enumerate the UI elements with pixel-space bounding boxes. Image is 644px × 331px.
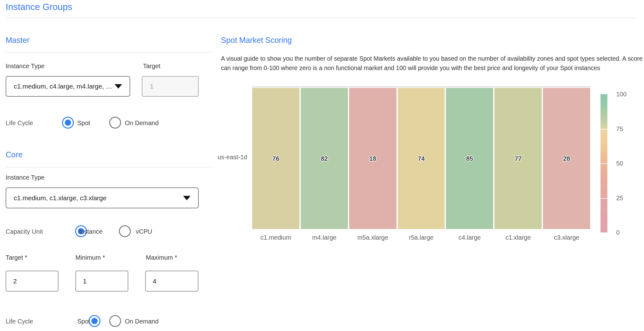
heatmap-cell-value: 82 xyxy=(321,155,328,162)
colorbar-tick: 0 xyxy=(616,229,620,236)
colorbar-separator xyxy=(601,129,607,130)
heatmap-cell-m4.large: 82 xyxy=(301,88,348,229)
master-life-cycle-radio-spot[interactable] xyxy=(62,117,74,129)
master-target-label: Target xyxy=(143,63,161,70)
master-instance-type-value: c1.medium, c4.large, m4.large, … xyxy=(14,83,112,90)
heatmap-x-label: r5a.large xyxy=(398,234,445,241)
core-capacity-unit-radio-vcpu[interactable] xyxy=(119,225,131,237)
master-life-cycle-label: Life Cycle xyxy=(6,120,33,127)
divider xyxy=(6,167,211,167)
heatmap-cell-r5a.large: 74 xyxy=(398,88,445,229)
master-life-cycle-on-demand-label: On Demand xyxy=(125,120,159,127)
heatmap-cell-value: 85 xyxy=(466,155,473,162)
core-life-cycle-radio-spot[interactable] xyxy=(89,315,100,327)
core-life-cycle-label: Life Cycle xyxy=(6,318,33,325)
master-target-input[interactable] xyxy=(142,76,199,97)
colorbar-tick: 100 xyxy=(616,91,626,98)
colorbar-tick: 75 xyxy=(616,125,623,132)
core-minimum-label: Minimum * xyxy=(75,254,105,261)
heatmap-x-label: c1.xlarge xyxy=(494,234,542,241)
core-section-heading: Core xyxy=(6,150,23,159)
core-life-cycle-on-demand-label: On Demand xyxy=(125,318,159,325)
divider xyxy=(6,18,636,18)
heatmap-row: 76821874857728 xyxy=(252,86,590,229)
heatmap-x-label: m4.large xyxy=(301,234,348,241)
heatmap-cell-c1.medium: 76 xyxy=(252,88,299,229)
core-target-input[interactable] xyxy=(6,271,59,292)
heatmap-cell-value: 28 xyxy=(563,155,570,162)
instance-groups-page: Instance Groups Master Instance Type c1.… xyxy=(0,0,644,331)
spot-market-scoring-description: A visual guide to show you the number of… xyxy=(221,54,643,73)
heatmap-cell-value: 76 xyxy=(272,155,279,162)
heatmap-row-label: us-east-1d xyxy=(199,154,247,161)
heatmap-x-label: c4.large xyxy=(446,234,493,241)
heatmap-cell-value: 77 xyxy=(515,155,522,162)
core-capacity-unit-instance-label: Instance xyxy=(79,228,103,235)
page-title: Instance Groups xyxy=(6,2,72,12)
heatmap-cell-value: 74 xyxy=(418,155,425,162)
heatmap-colorbar: 1007550250 xyxy=(601,94,644,232)
heatmap-x-label: c3.xlarge xyxy=(543,234,590,241)
core-maximum-input[interactable] xyxy=(145,271,198,292)
core-target-label: Target * xyxy=(6,254,27,261)
core-instance-type-value: c1.medium, c1.xlarge, c3.xlarge xyxy=(14,194,106,202)
core-capacity-unit-vcpu-label: vCPU xyxy=(136,228,152,235)
heatmap-x-labels: c1.mediumm4.largem5a.xlarger5a.largec4.l… xyxy=(252,234,590,241)
chevron-down-icon xyxy=(183,196,191,200)
core-minimum-input[interactable] xyxy=(75,271,128,292)
heatmap-cell-value: 18 xyxy=(369,155,376,162)
chevron-down-icon xyxy=(115,84,122,89)
core-instance-type-label: Instance Type xyxy=(6,174,44,181)
core-capacity-unit-label: Capacity Unit xyxy=(6,228,43,235)
colorbar-tick: 25 xyxy=(616,194,623,201)
heatmap-cell-c3.xlarge: 28 xyxy=(543,88,590,229)
master-instance-type-dropdown[interactable]: c1.medium, c4.large, m4.large, … xyxy=(6,76,130,97)
colorbar-separator xyxy=(601,198,607,199)
core-maximum-label: Maximum * xyxy=(146,254,177,261)
divider xyxy=(6,52,211,53)
master-section-heading: Master xyxy=(6,36,29,45)
heatmap-cell-m5a.xlarge: 18 xyxy=(349,88,396,229)
core-instance-type-dropdown[interactable]: c1.medium, c1.xlarge, c3.xlarge xyxy=(6,187,199,208)
heatmap-cell-c1.xlarge: 77 xyxy=(494,88,542,229)
spot-market-scoring-heading: Spot Market Scoring xyxy=(221,36,292,45)
core-life-cycle-radio-on-demand[interactable] xyxy=(109,315,121,327)
colorbar-tick: 50 xyxy=(616,160,623,167)
master-instance-type-label: Instance Type xyxy=(6,63,44,70)
colorbar-separator xyxy=(601,163,607,164)
master-life-cycle-spot-label: Spot xyxy=(77,120,90,127)
core-life-cycle-spot-label: Spot xyxy=(77,318,90,325)
heatmap-x-label: m5a.xlarge xyxy=(349,234,396,241)
heatmap-x-label: c1.medium xyxy=(252,234,299,241)
heatmap-cell-c4.large: 85 xyxy=(446,88,493,229)
master-life-cycle-radio-on-demand[interactable] xyxy=(109,117,121,129)
